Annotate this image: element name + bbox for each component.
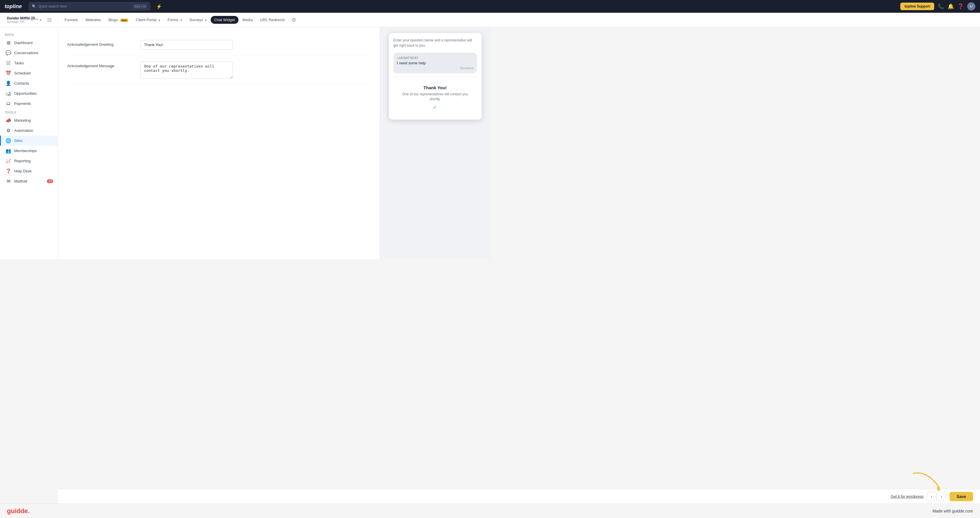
sidebar-item-label: Scheduler	[14, 71, 31, 75]
sidebar-item-label: Conversations	[14, 51, 38, 55]
sidebar-item-memberships[interactable]: 👥 Memberships	[0, 146, 58, 156]
sidebar-item-label: Memberships	[14, 149, 37, 153]
sidebar-item-label: Dashboard	[14, 41, 33, 45]
tools-section-label: Tools	[0, 108, 58, 115]
sidebar-item-label: Help Desk	[14, 169, 32, 173]
tab-surveys[interactable]: Surveys ▾	[186, 16, 210, 24]
workspace-selector[interactable]: Dunder Mifflin [D... Scranton, PA ▾	[5, 15, 44, 25]
preview-panel: Enter your question below and a represen…	[380, 27, 490, 259]
mailfold-icon: ✉	[5, 178, 11, 184]
sidebar-item-label: Opportunities	[14, 91, 37, 95]
chat-message-phone: +19768778787	[397, 56, 474, 60]
sidebar-item-automation[interactable]: ⚙ Automation	[0, 126, 58, 135]
sidebar-item-label: Marketing	[14, 118, 31, 122]
tab-url-redirects[interactable]: URL Redirects	[257, 16, 288, 24]
mailfold-badge: 13	[47, 180, 53, 183]
sidebar-item-dashboard[interactable]: ⊞ Dashboard	[0, 38, 58, 48]
sidebar-item-help-desk[interactable]: ❓ Help Desk	[0, 166, 58, 176]
sidebar-toggle-icon[interactable]: ⊟	[47, 17, 52, 23]
sidebar-item-payments[interactable]: 🗂 Payments	[0, 99, 58, 108]
sidebar-item-tasks[interactable]: ☑ Tasks	[0, 58, 58, 68]
sidebar-item-mailfold[interactable]: ✉ Mailfold 13	[0, 176, 58, 186]
chat-checkmark: ✓	[398, 104, 473, 110]
sidebar-item-label: Reporting	[14, 159, 30, 163]
workspace-name: Dunder Mifflin [D...	[7, 16, 38, 20]
acknowledgement-greeting-row: Acknowledgement Greeting	[67, 34, 371, 56]
chat-preview: Enter your question below and a represen…	[389, 33, 482, 120]
sidebar-item-label: Contacts	[14, 81, 29, 86]
form-panel: Acknowledgement Greeting Acknowledgement…	[58, 27, 380, 259]
chat-message-bubble: +19768778787 I need some help Received	[393, 53, 477, 73]
tab-media[interactable]: Media	[239, 16, 256, 24]
search-placeholder: Quick search here	[38, 4, 67, 8]
search-icon: 🔍	[32, 4, 36, 8]
chat-response-text: One of our representatives will contact …	[398, 92, 473, 102]
sidebar-item-label: Mailfold	[14, 179, 27, 183]
workspace-location: Scranton, PA	[7, 20, 38, 24]
sidebar-item-label: Sites	[14, 138, 22, 143]
tab-client-portal[interactable]: Client Portal ▾	[132, 16, 164, 24]
chat-received-label: Received	[397, 66, 474, 70]
search-bar[interactable]: 🔍 Quick search here Ctrl + K	[29, 2, 150, 11]
opportunities-icon: 📊	[5, 91, 11, 96]
tab-websites[interactable]: Websites	[82, 16, 104, 24]
nav-divider	[57, 16, 58, 24]
automation-icon: ⚙	[5, 128, 11, 133]
help-desk-icon: ❓	[5, 168, 11, 174]
chat-response: Thank You! One of our representatives wi…	[393, 81, 477, 115]
tab-chat-widget[interactable]: Chat Widget	[211, 16, 239, 24]
sidebar-item-marketing[interactable]: 📣 Marketing	[0, 115, 58, 126]
tab-forms[interactable]: Forms ▾	[164, 16, 185, 24]
marketing-icon: 📣	[5, 118, 11, 123]
sidebar-item-contacts[interactable]: 👤 Contacts	[0, 78, 58, 88]
lightning-icon[interactable]: ⚡	[156, 4, 162, 9]
reporting-icon: 📈	[5, 158, 11, 164]
app-logo: topline	[5, 3, 22, 10]
second-navigation: Dunder Mifflin [D... Scranton, PA ▾ ⊟ Fu…	[0, 13, 490, 27]
preview-divider	[393, 77, 477, 77]
chat-preview-body: Enter your question below and a represen…	[389, 33, 482, 120]
sites-icon: 🌐	[5, 138, 11, 143]
nav-tabs: Funnels Websites Blogs New Client Portal…	[61, 16, 288, 24]
acknowledgement-greeting-label: Acknowledgement Greeting	[67, 40, 131, 47]
acknowledgement-message-input[interactable]: One of our representatives will contact …	[140, 61, 233, 79]
blogs-badge: New	[120, 19, 128, 22]
payments-icon: 🗂	[5, 101, 11, 106]
sidebar-item-conversations[interactable]: 💬 Conversations	[0, 48, 58, 58]
chat-description: Enter your question below and a represen…	[393, 38, 477, 48]
top-navigation: topline 🔍 Quick search here Ctrl + K ⚡ t…	[0, 0, 490, 13]
dashboard-icon: ⊞	[5, 40, 11, 46]
acknowledgement-message-row: Acknowledgement Message One of our repre…	[67, 56, 371, 85]
scheduler-icon: 📅	[5, 70, 11, 76]
search-shortcut: Ctrl + K	[133, 4, 147, 9]
conversations-icon: 💬	[5, 50, 11, 56]
chat-response-title: Thank You!	[398, 85, 473, 90]
sidebar: Apps ⊞ Dashboard 💬 Conversations ☑ Tasks…	[0, 27, 58, 259]
sidebar-item-label: Tasks	[14, 61, 24, 65]
sidebar-item-label: Automation	[14, 128, 33, 133]
memberships-icon: 👥	[5, 148, 11, 154]
sidebar-item-reporting[interactable]: 📈 Reporting	[0, 156, 58, 166]
tasks-icon: ☑	[5, 60, 11, 66]
sidebar-item-sites[interactable]: 🌐 Sites	[0, 135, 58, 146]
apps-section-label: Apps	[0, 31, 58, 38]
tab-funnels[interactable]: Funnels	[61, 16, 81, 24]
chat-message-text: I need some help	[397, 61, 474, 65]
contacts-icon: 👤	[5, 81, 11, 86]
sidebar-item-label: Payments	[14, 102, 31, 106]
main-content: Acknowledgement Greeting Acknowledgement…	[58, 27, 490, 259]
main-layout: Apps ⊞ Dashboard 💬 Conversations ☑ Tasks…	[0, 27, 490, 259]
sidebar-item-scheduler[interactable]: 📅 Scheduler	[0, 68, 58, 78]
workspace-dropdown-icon: ▾	[40, 18, 41, 22]
acknowledgement-greeting-input[interactable]	[140, 40, 233, 49]
tab-blogs[interactable]: Blogs New	[105, 16, 132, 24]
sidebar-item-opportunities[interactable]: 📊 Opportunities	[0, 88, 58, 99]
acknowledgement-message-label: Acknowledgement Message	[67, 61, 131, 68]
settings-gear-icon[interactable]: ⚙	[291, 17, 296, 23]
